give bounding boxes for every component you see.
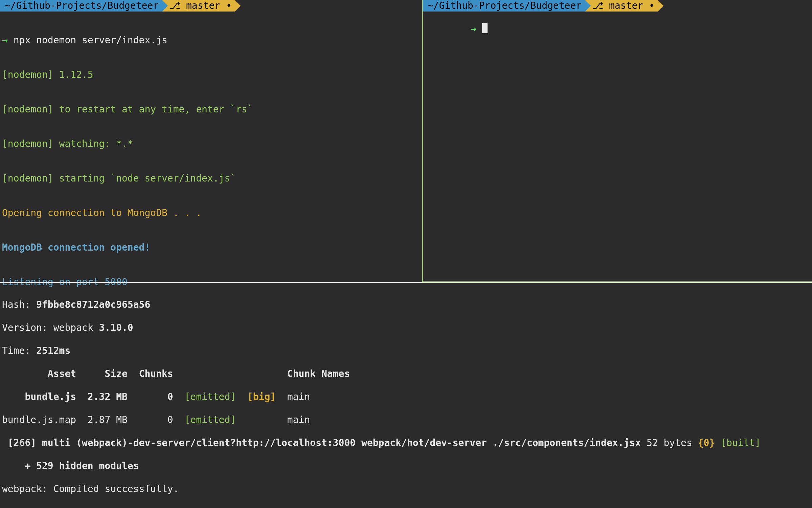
- git-branch-name: master: [609, 0, 643, 12]
- git-branch-icon: ⎇: [590, 0, 603, 12]
- webpack-time-line: Time: 2512ms: [2, 345, 810, 357]
- output-line: MongoDB connection opened!: [2, 242, 420, 253]
- webpack-output: Hash: 9fbbe8c8712a0c965a56 Version: webp…: [0, 288, 812, 508]
- git-dirty: •: [649, 0, 655, 12]
- webpack-version: 3.10.0: [99, 322, 133, 333]
- webpack-asset-row: bundle.js.map 2.87 MB 0 [emitted] main: [2, 414, 810, 426]
- output-line: [nodemon] to restart at any time, enter …: [2, 104, 420, 115]
- prompt-path: ~/Github-Projects/Budgeteer: [428, 0, 582, 12]
- command-line: → npx nodemon server/index.js: [2, 35, 420, 46]
- prompt-arrow-glyph: →: [471, 23, 482, 34]
- webpack-asset-row: bundle.js 2.32 MB 0 [emitted] [big] main: [2, 391, 810, 403]
- prompt-git-segment: ⎇ master •: [585, 0, 658, 12]
- webpack-hidden-modules: + 529 hidden modules: [2, 460, 810, 472]
- git-branch-icon: ⎇: [167, 0, 180, 12]
- terminal-right-input[interactable]: →: [423, 12, 812, 46]
- prompt-path: ~/Github-Projects/Budgeteer: [5, 0, 159, 12]
- terminal-left-output[interactable]: → npx nodemon server/index.js [nodemon] …: [0, 12, 422, 311]
- output-line: Opening connection to MongoDB . . .: [2, 207, 420, 219]
- git-dirty-dot: [220, 0, 226, 12]
- cursor: [482, 23, 488, 33]
- prompt-arrow-icon: [235, 0, 241, 12]
- webpack-hash: 9fbbe8c8712a0c965a56: [36, 299, 150, 310]
- webpack-hash-line: Hash: 9fbbe8c8712a0c965a56: [2, 299, 810, 311]
- shell-prompt-right: ~/Github-Projects/Budgeteer ⎇ master •: [423, 0, 812, 12]
- webpack-version-line: Version: webpack 3.10.0: [2, 322, 810, 334]
- git-dirty: •: [226, 0, 232, 12]
- prompt-git-segment: ⎇ master •: [162, 0, 235, 12]
- prompt-arrow-glyph: →: [2, 35, 14, 46]
- shell-prompt-left: ~/Github-Projects/Budgeteer ⎇ master •: [0, 0, 422, 12]
- webpack-entry-line: [266] multi (webpack)-dev-server/client?…: [2, 437, 810, 449]
- prompt-arrow-icon: [658, 0, 663, 12]
- output-line: [nodemon] starting `node server/index.js…: [2, 173, 420, 184]
- pane-right[interactable]: ~/Github-Projects/Budgeteer ⎇ master • →: [422, 0, 812, 282]
- typed-command: npx nodemon server/index.js: [14, 35, 167, 46]
- pane-left[interactable]: ~/Github-Projects/Budgeteer ⎇ master • →…: [0, 0, 422, 282]
- webpack-time: 2512ms: [36, 345, 70, 356]
- output-line: [nodemon] watching: *.*: [2, 138, 420, 150]
- output-line: [nodemon] 1.12.5: [2, 69, 420, 81]
- webpack-table-header: Asset Size Chunks Chunk Names: [2, 368, 810, 380]
- git-branch-name: master: [186, 0, 220, 12]
- git-branch: [180, 0, 186, 12]
- prompt-path-segment: ~/Github-Projects/Budgeteer: [0, 0, 162, 12]
- pane-bottom[interactable]: Hash: 9fbbe8c8712a0c965a56 Version: webp…: [0, 282, 812, 508]
- prompt-path-segment: ~/Github-Projects/Budgeteer: [423, 0, 585, 12]
- webpack-success: webpack: Compiled successfully.: [2, 483, 810, 495]
